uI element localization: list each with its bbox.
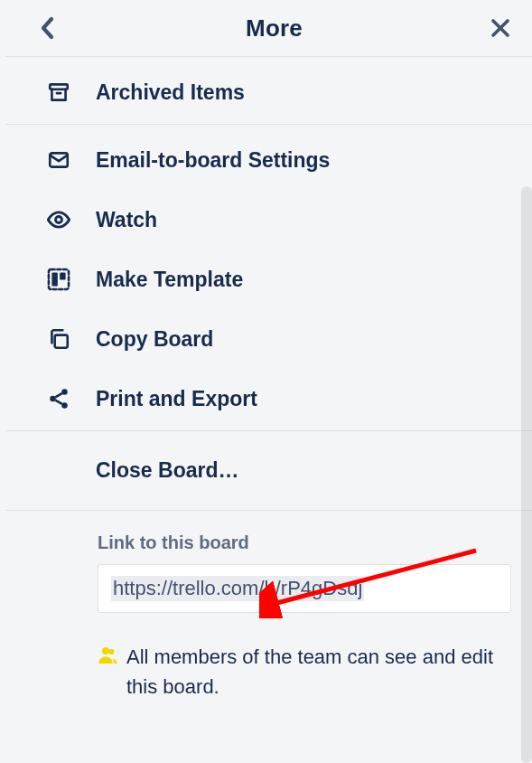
scrollbar[interactable]: [521, 186, 532, 763]
eye-icon: [45, 206, 72, 233]
menu-item-label: Print and Export: [96, 387, 257, 411]
mail-icon: [45, 146, 72, 174]
panel-header: More: [5, 0, 532, 56]
menu-item-email-settings[interactable]: Email-to-board Settings: [5, 130, 532, 190]
permission-row: All members of the team can see and edit…: [5, 622, 532, 711]
menu-item-label: Watch: [96, 208, 157, 232]
menu-item-print-export[interactable]: Print and Export: [5, 369, 532, 429]
link-section-title: Link to this board: [98, 532, 505, 553]
svg-point-11: [50, 396, 56, 402]
svg-point-12: [61, 402, 68, 409]
template-icon: [45, 266, 72, 293]
menu-item-label: Email-to-board Settings: [96, 148, 330, 173]
svg-rect-8: [60, 272, 65, 279]
menu-item-label: Copy Board: [96, 327, 213, 352]
copy-icon: [45, 325, 72, 353]
archive-icon: [45, 79, 72, 106]
link-section: Link to this board https://trello.com/b/…: [5, 511, 532, 622]
menu-item-make-template[interactable]: Make Template: [5, 250, 532, 309]
link-url-box[interactable]: https://trello.com/b/rP4gDsdj: [98, 564, 511, 613]
menu-item-label: Close Board…: [96, 458, 238, 482]
menu-item-label: Make Template: [96, 268, 243, 292]
svg-rect-7: [51, 272, 57, 286]
chevron-left-icon: [39, 15, 57, 41]
close-panel-button[interactable]: [485, 13, 516, 43]
panel-title: More: [63, 14, 485, 42]
svg-rect-9: [55, 335, 68, 348]
menu-item-archived[interactable]: Archived Items: [5, 62, 532, 122]
back-button[interactable]: [33, 13, 63, 43]
team-icon: [98, 645, 119, 702]
permission-text: All members of the team can see and edit…: [126, 642, 505, 702]
menu-item-watch[interactable]: Watch: [5, 190, 532, 250]
link-url-text[interactable]: https://trello.com/b/rP4gDsdj: [111, 576, 364, 601]
menu-item-label: Archived Items: [96, 80, 245, 105]
svg-point-10: [61, 389, 68, 395]
menu-item-close-board[interactable]: Close Board…: [5, 431, 532, 510]
share-icon: [45, 385, 72, 412]
svg-point-5: [56, 217, 62, 223]
close-icon: [490, 17, 511, 39]
menu-item-copy-board[interactable]: Copy Board: [5, 309, 532, 369]
